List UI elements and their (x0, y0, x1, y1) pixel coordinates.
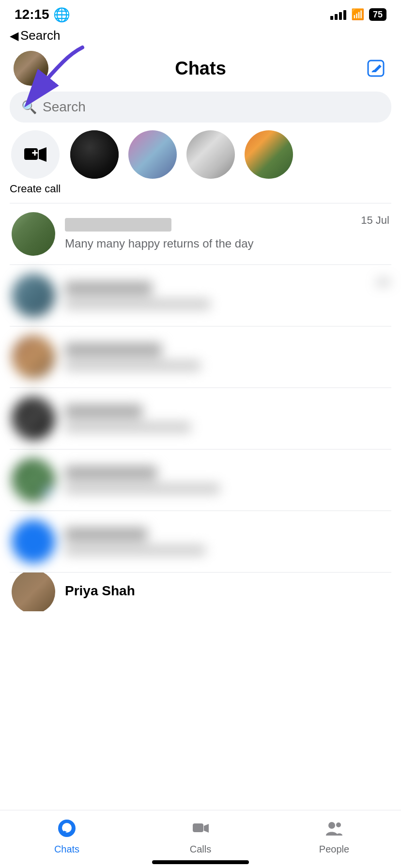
svg-rect-3 (24, 148, 38, 160)
divider-2 (10, 264, 391, 265)
chat-name-5 (65, 466, 157, 480)
bottom-navigation: Chats Calls People (0, 810, 401, 868)
chat-content-priya: Priya Shah (65, 583, 389, 601)
chat-avatar-1 (12, 212, 55, 256)
chat-name-6 (65, 527, 147, 541)
chat-preview-1: Many many happy returns of the day (65, 237, 389, 250)
svg-rect-6 (34, 150, 35, 156)
divider-3 (10, 326, 391, 326)
chat-preview-5 (65, 483, 220, 494)
compose-button[interactable] (364, 57, 387, 80)
people-icon (325, 819, 343, 837)
chat-list: Many many happy returns of the day 15 Ju… (0, 203, 401, 611)
page-header: Chats (0, 47, 401, 92)
page-title: Chats (175, 58, 226, 79)
contact-avatar-1 (70, 130, 119, 179)
create-call-label: Create call (10, 183, 61, 195)
calls-nav-label: Calls (190, 844, 211, 855)
chat-avatar-priya (12, 573, 55, 611)
svg-marker-4 (39, 147, 46, 162)
svg-marker-10 (204, 824, 209, 833)
wifi-icon: 📶 (351, 8, 364, 21)
people-nav-label: People (319, 844, 349, 855)
calls-nav-icon (191, 819, 210, 842)
search-bar[interactable]: 🔍 (10, 92, 391, 123)
svg-point-11 (328, 822, 335, 829)
chat-content-1: Many many happy returns of the day (65, 218, 389, 250)
nav-calls[interactable]: Calls (134, 814, 267, 855)
chat-avatar-3 (12, 335, 55, 379)
status-bar: 12:15 🌐 📶 75 (0, 0, 401, 26)
nav-people[interactable]: People (267, 814, 401, 855)
people-nav-icon (325, 819, 343, 842)
chat-content-3 (65, 343, 389, 371)
svg-rect-9 (193, 823, 203, 832)
back-arrow-icon[interactable]: ◀ (10, 29, 18, 43)
story-contact-1[interactable] (70, 130, 119, 179)
divider-6 (10, 511, 391, 511)
globe-icon: 🌐 (53, 7, 70, 23)
user-avatar[interactable] (14, 51, 48, 86)
svg-point-12 (336, 822, 341, 827)
chat-preview-4 (65, 422, 191, 433)
create-call-button[interactable] (11, 130, 60, 179)
divider-5 (10, 449, 391, 450)
battery-icon: 75 (369, 8, 386, 21)
video-add-icon (23, 142, 47, 167)
divider-4 (10, 388, 391, 388)
status-time: 12:15 🌐 (15, 7, 70, 23)
video-camera-icon (191, 819, 210, 837)
chat-preview-6 (65, 545, 205, 556)
chat-avatar-4 (12, 397, 55, 440)
chat-item-1[interactable]: Many many happy returns of the day 15 Ju… (0, 203, 401, 264)
nav-chats[interactable]: Chats (0, 814, 134, 855)
chat-content-6 (65, 527, 389, 556)
contact-avatar-2 (128, 130, 177, 179)
chat-preview-3 (65, 360, 200, 371)
story-contact-4[interactable] (245, 130, 293, 179)
chat-name-4 (65, 404, 142, 418)
svg-point-8 (62, 823, 72, 833)
chats-nav-icon (58, 819, 76, 842)
stories-row: Create call (0, 130, 401, 203)
compose-icon (366, 59, 386, 78)
chat-item-2[interactable]: Jul (0, 265, 401, 326)
search-bar-container: 🔍 (0, 92, 401, 130)
contact-avatar-3 (186, 130, 235, 179)
search-input[interactable] (43, 99, 380, 115)
chat-name-3 (65, 343, 162, 356)
chat-item-5[interactable] (0, 450, 401, 511)
contact-avatar-4 (245, 130, 293, 179)
chat-content-5 (65, 466, 389, 494)
chat-content-4 (65, 404, 389, 433)
chat-time-2: Jul (376, 276, 389, 288)
chat-item-3[interactable] (0, 326, 401, 388)
chat-avatar-6 (12, 520, 55, 563)
chat-bubble-icon (58, 819, 76, 837)
status-icons: 📶 75 (330, 8, 386, 21)
chats-nav-label: Chats (54, 844, 79, 855)
create-call-item[interactable]: Create call (10, 130, 61, 195)
chat-avatar-2 (12, 274, 55, 317)
chat-content-2 (65, 281, 389, 310)
chat-avatar-5 (12, 458, 55, 502)
chat-time-1: 15 Jul (361, 214, 389, 227)
story-contact-2[interactable] (128, 130, 177, 179)
avatar-image (14, 51, 48, 86)
home-indicator (152, 860, 249, 864)
chat-name-2 (65, 281, 152, 295)
search-icon: 🔍 (21, 100, 37, 115)
chat-item-priya[interactable]: Priya Shah (0, 573, 401, 611)
time-display: 12:15 (15, 7, 49, 22)
signal-bars-icon (330, 9, 346, 20)
chat-item-4[interactable] (0, 388, 401, 449)
chat-name-1 (65, 218, 389, 235)
chat-name-priya: Priya Shah (65, 583, 389, 599)
chat-preview-2 (65, 299, 210, 310)
chat-item-6[interactable] (0, 511, 401, 572)
back-label[interactable]: Search (20, 28, 60, 43)
story-contact-3[interactable] (186, 130, 235, 179)
back-navigation[interactable]: ◀ Search (0, 26, 401, 47)
